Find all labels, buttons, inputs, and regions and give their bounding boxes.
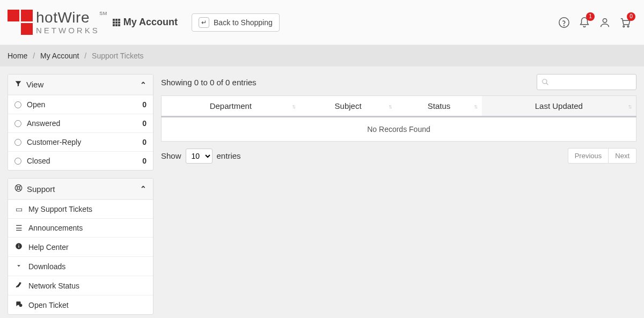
view-filter-answered[interactable]: Answered 0 xyxy=(8,114,153,132)
svg-point-2 xyxy=(603,18,606,22)
view-filter-closed[interactable]: Closed 0 xyxy=(8,151,153,170)
entries-summary: Showing 0 to 0 of 0 entries xyxy=(161,78,257,87)
return-icon: ↵ xyxy=(199,17,209,28)
chevron-up-icon: ⌃ xyxy=(140,80,147,89)
radio-icon xyxy=(14,158,21,165)
next-button[interactable]: Next xyxy=(608,148,636,164)
support-item-network-status[interactable]: Network Status xyxy=(8,276,153,295)
sidebar: View ⌃ Open 0 Answered 0 Customer-Reply … xyxy=(8,74,153,318)
svg-point-3 xyxy=(623,25,625,27)
column-status[interactable]: Status↑↓ xyxy=(396,96,481,117)
support-label: Help Center xyxy=(28,243,69,252)
notification-badge: 1 xyxy=(586,12,595,21)
view-panel: View ⌃ Open 0 Answered 0 Customer-Reply … xyxy=(8,74,153,171)
main-content: Showing 0 to 0 of 0 entries Department↑↓… xyxy=(161,74,636,164)
support-item-announcements[interactable]: ☰ Announcements xyxy=(8,218,153,237)
grid-icon xyxy=(113,19,120,26)
filter-icon xyxy=(14,80,22,89)
cart-icon[interactable]: 0 xyxy=(619,17,631,28)
info-icon xyxy=(14,242,23,252)
back-label: Back to Shopping xyxy=(214,18,273,27)
logo-sm-text: SM xyxy=(99,11,107,16)
cart-badge: 0 xyxy=(627,12,635,21)
svg-point-10 xyxy=(19,304,23,307)
breadcrumb-my-account[interactable]: My Account xyxy=(40,51,79,60)
support-icon xyxy=(14,184,23,194)
chat-icon xyxy=(14,300,23,309)
sort-icon: ↑↓ xyxy=(628,103,631,109)
back-to-shopping-button[interactable]: ↵ Back to Shopping xyxy=(192,13,280,32)
filter-count: 0 xyxy=(142,119,147,128)
logo-mark xyxy=(8,10,33,35)
list-icon: ☰ xyxy=(14,224,23,232)
my-account-label: My Account xyxy=(123,17,178,28)
ticket-icon: ▭ xyxy=(14,205,23,213)
breadcrumb-current: Support Tickets xyxy=(92,51,144,60)
show-label: Show xyxy=(161,151,181,160)
svg-point-9 xyxy=(18,244,19,245)
filter-count: 0 xyxy=(142,138,147,146)
sort-icon: ↑↓ xyxy=(474,103,477,109)
header: hotWire SM NETWORKS My Account ↵ Back to… xyxy=(0,0,644,45)
support-label: Network Status xyxy=(28,282,79,290)
logo-secondary-text: NETWORKS xyxy=(36,26,100,34)
radio-icon xyxy=(14,120,21,127)
svg-point-11 xyxy=(543,79,547,84)
logo-primary-text: hotWire SM xyxy=(36,10,100,25)
svg-point-6 xyxy=(17,187,20,189)
support-panel-title: Support xyxy=(27,184,55,194)
pagination: Previous Next xyxy=(568,148,636,164)
notifications-icon[interactable]: 1 xyxy=(579,17,590,28)
chevron-up-icon: ⌃ xyxy=(140,184,147,193)
download-icon xyxy=(14,262,23,271)
svg-point-4 xyxy=(627,25,629,27)
support-label: Downloads xyxy=(28,262,65,271)
radio-icon xyxy=(14,139,21,146)
search-icon xyxy=(541,78,549,86)
view-panel-header[interactable]: View ⌃ xyxy=(8,75,153,95)
support-label: My Support Tickets xyxy=(28,205,92,213)
help-icon[interactable] xyxy=(558,17,570,28)
svg-rect-8 xyxy=(18,246,19,248)
support-label: Announcements xyxy=(28,224,83,232)
sort-icon: ↑↓ xyxy=(292,103,295,109)
view-panel-title: View xyxy=(26,80,43,89)
support-item-tickets[interactable]: ▭ My Support Tickets xyxy=(8,199,153,218)
logo[interactable]: hotWire SM NETWORKS xyxy=(8,10,100,35)
search-box[interactable] xyxy=(537,74,636,90)
sort-icon: ↑↓ xyxy=(388,103,391,109)
search-input[interactable] xyxy=(552,78,632,86)
filter-count: 0 xyxy=(142,100,147,109)
support-item-downloads[interactable]: Downloads xyxy=(8,256,153,276)
filter-label: Customer-Reply xyxy=(27,138,81,146)
no-records-message: No Records Found xyxy=(162,117,636,142)
support-panel: Support ⌃ ▭ My Support Tickets ☰ Announc… xyxy=(8,178,153,315)
svg-point-1 xyxy=(564,25,565,26)
tickets-table: Department↑↓ Subject↑↓ Status↑↓ Last Upd… xyxy=(161,95,636,142)
column-last-updated[interactable]: Last Updated↑↓ xyxy=(482,96,636,117)
support-item-help-center[interactable]: Help Center xyxy=(8,237,153,256)
breadcrumb: Home / My Account / Support Tickets xyxy=(0,45,644,66)
support-panel-header[interactable]: Support ⌃ xyxy=(8,179,153,199)
support-item-open-ticket[interactable]: Open Ticket xyxy=(8,295,153,314)
entries-label: entries xyxy=(217,151,241,160)
filter-label: Closed xyxy=(27,157,50,165)
previous-button[interactable]: Previous xyxy=(568,148,609,164)
column-subject[interactable]: Subject↑↓ xyxy=(300,96,397,117)
radio-icon xyxy=(14,101,21,108)
filter-count: 0 xyxy=(142,157,147,165)
filter-label: Answered xyxy=(27,119,60,128)
support-label: Open Ticket xyxy=(28,301,69,309)
page-size-select[interactable]: 10 xyxy=(186,149,213,164)
filter-label: Open xyxy=(27,100,45,109)
view-filter-open[interactable]: Open 0 xyxy=(8,95,153,114)
breadcrumb-home[interactable]: Home xyxy=(8,51,27,60)
rocket-icon xyxy=(14,281,23,290)
account-icon[interactable] xyxy=(599,17,611,28)
view-filter-customer-reply[interactable]: Customer-Reply 0 xyxy=(8,132,153,151)
my-account-nav[interactable]: My Account xyxy=(113,17,178,28)
column-department[interactable]: Department↑↓ xyxy=(162,96,300,117)
